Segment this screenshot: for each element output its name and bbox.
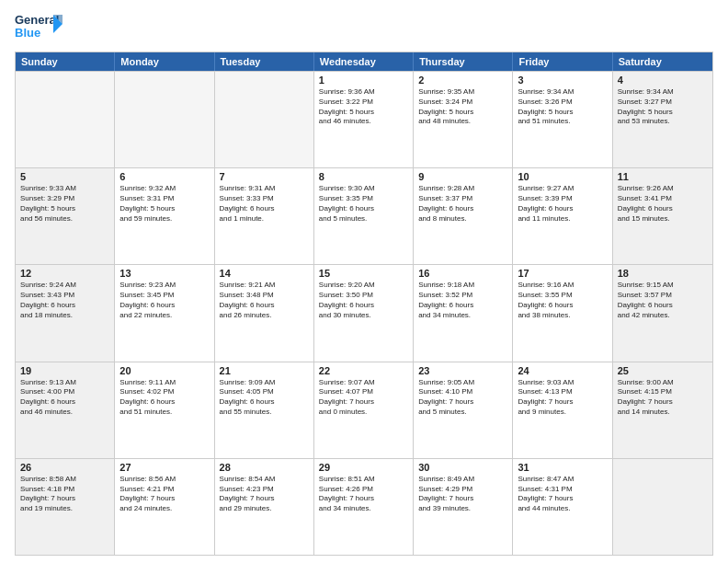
day-info: Sunrise: 9:21 AM Sunset: 3:48 PM Dayligh… <box>220 281 309 320</box>
day-info: Sunrise: 9:33 AM Sunset: 3:29 PM Dayligh… <box>20 184 109 224</box>
day-cell-23: 23Sunrise: 9:05 AM Sunset: 4:10 PM Dayli… <box>414 362 513 458</box>
day-cell-27: 27Sunrise: 8:56 AM Sunset: 4:21 PM Dayli… <box>115 459 214 555</box>
day-info: Sunrise: 8:49 AM Sunset: 4:29 PM Dayligh… <box>418 475 507 514</box>
day-cell-24: 24Sunrise: 9:03 AM Sunset: 4:13 PM Dayli… <box>513 362 612 458</box>
day-number: 11 <box>618 171 708 182</box>
day-cell-25: 25Sunrise: 9:00 AM Sunset: 4:15 PM Dayli… <box>613 362 712 458</box>
logo-svg: General Blue <box>15 11 63 44</box>
day-info: Sunrise: 9:26 AM Sunset: 3:41 PM Dayligh… <box>618 184 708 224</box>
day-cell-8: 8Sunrise: 9:30 AM Sunset: 3:35 PM Daylig… <box>314 168 414 264</box>
day-number: 15 <box>319 268 408 279</box>
day-cell-5: 5Sunrise: 9:33 AM Sunset: 3:29 PM Daylig… <box>16 168 115 264</box>
day-number: 16 <box>418 268 507 279</box>
day-number: 21 <box>220 365 309 376</box>
day-info: Sunrise: 8:54 AM Sunset: 4:23 PM Dayligh… <box>220 475 309 514</box>
day-info: Sunrise: 8:47 AM Sunset: 4:31 PM Dayligh… <box>518 475 607 514</box>
day-number: 20 <box>119 365 209 376</box>
day-cell-15: 15Sunrise: 9:20 AM Sunset: 3:50 PM Dayli… <box>314 265 414 361</box>
header-cell-saturday: Saturday <box>613 52 712 71</box>
day-cell-7: 7Sunrise: 9:31 AM Sunset: 3:33 PM Daylig… <box>215 168 314 264</box>
day-number: 8 <box>319 171 408 182</box>
day-cell-6: 6Sunrise: 9:32 AM Sunset: 3:31 PM Daylig… <box>115 168 214 264</box>
day-info: Sunrise: 9:32 AM Sunset: 3:31 PM Dayligh… <box>119 184 209 224</box>
day-number: 5 <box>20 171 109 182</box>
day-info: Sunrise: 9:34 AM Sunset: 3:27 PM Dayligh… <box>618 87 708 127</box>
header: General Blue <box>15 11 713 44</box>
day-number: 30 <box>418 462 507 473</box>
day-info: Sunrise: 9:03 AM Sunset: 4:13 PM Dayligh… <box>518 378 607 418</box>
calendar-row-2: 5Sunrise: 9:33 AM Sunset: 3:29 PM Daylig… <box>16 167 712 264</box>
day-cell-31: 31Sunrise: 8:47 AM Sunset: 4:31 PM Dayli… <box>513 459 612 555</box>
header-cell-tuesday: Tuesday <box>215 52 314 71</box>
day-cell-10: 10Sunrise: 9:27 AM Sunset: 3:39 PM Dayli… <box>513 168 612 264</box>
day-number: 14 <box>220 268 309 279</box>
day-number: 1 <box>319 75 408 86</box>
calendar-header: SundayMondayTuesdayWednesdayThursdayFrid… <box>16 52 712 71</box>
day-info: Sunrise: 9:36 AM Sunset: 3:22 PM Dayligh… <box>319 87 408 127</box>
svg-text:Blue: Blue <box>15 26 40 40</box>
header-cell-friday: Friday <box>513 52 612 71</box>
day-cell-9: 9Sunrise: 9:28 AM Sunset: 3:37 PM Daylig… <box>414 168 513 264</box>
day-cell-22: 22Sunrise: 9:07 AM Sunset: 4:07 PM Dayli… <box>314 362 414 458</box>
calendar-row-3: 12Sunrise: 9:24 AM Sunset: 3:43 PM Dayli… <box>16 264 712 361</box>
page: General Blue SundayMondayTuesdayWednesda… <box>0 0 728 563</box>
day-info: Sunrise: 9:20 AM Sunset: 3:50 PM Dayligh… <box>319 281 408 320</box>
day-info: Sunrise: 9:31 AM Sunset: 3:33 PM Dayligh… <box>220 184 309 224</box>
day-number: 28 <box>220 462 309 473</box>
calendar: SundayMondayTuesdayWednesdayThursdayFrid… <box>15 52 713 556</box>
day-number: 3 <box>518 75 607 86</box>
day-info: Sunrise: 9:24 AM Sunset: 3:43 PM Dayligh… <box>20 281 109 320</box>
day-cell-18: 18Sunrise: 9:15 AM Sunset: 3:57 PM Dayli… <box>613 265 712 361</box>
calendar-body: 1Sunrise: 9:36 AM Sunset: 3:22 PM Daylig… <box>16 71 712 555</box>
day-info: Sunrise: 8:51 AM Sunset: 4:26 PM Dayligh… <box>319 475 408 514</box>
day-cell-2: 2Sunrise: 9:35 AM Sunset: 3:24 PM Daylig… <box>414 72 513 167</box>
day-number: 23 <box>418 365 507 376</box>
day-cell-30: 30Sunrise: 8:49 AM Sunset: 4:29 PM Dayli… <box>414 459 513 555</box>
empty-cell-r4c6 <box>613 459 712 555</box>
day-number: 18 <box>618 268 708 279</box>
calendar-row-1: 1Sunrise: 9:36 AM Sunset: 3:22 PM Daylig… <box>16 71 712 167</box>
header-cell-wednesday: Wednesday <box>314 52 414 71</box>
day-info: Sunrise: 9:07 AM Sunset: 4:07 PM Dayligh… <box>319 378 408 418</box>
day-cell-29: 29Sunrise: 8:51 AM Sunset: 4:26 PM Dayli… <box>314 459 414 555</box>
calendar-row-5: 26Sunrise: 8:58 AM Sunset: 4:18 PM Dayli… <box>16 458 712 555</box>
day-number: 27 <box>119 462 209 473</box>
day-cell-4: 4Sunrise: 9:34 AM Sunset: 3:27 PM Daylig… <box>613 72 712 167</box>
day-number: 6 <box>119 171 209 182</box>
day-info: Sunrise: 8:56 AM Sunset: 4:21 PM Dayligh… <box>119 475 209 514</box>
day-info: Sunrise: 9:05 AM Sunset: 4:10 PM Dayligh… <box>418 378 507 418</box>
day-number: 13 <box>119 268 209 279</box>
day-info: Sunrise: 9:09 AM Sunset: 4:05 PM Dayligh… <box>220 378 309 418</box>
day-cell-19: 19Sunrise: 9:13 AM Sunset: 4:00 PM Dayli… <box>16 362 115 458</box>
day-info: Sunrise: 9:16 AM Sunset: 3:55 PM Dayligh… <box>518 281 607 320</box>
day-number: 29 <box>319 462 408 473</box>
day-info: Sunrise: 8:58 AM Sunset: 4:18 PM Dayligh… <box>20 475 109 514</box>
day-number: 31 <box>518 462 607 473</box>
day-number: 4 <box>618 75 708 86</box>
day-cell-21: 21Sunrise: 9:09 AM Sunset: 4:05 PM Dayli… <box>215 362 314 458</box>
header-cell-sunday: Sunday <box>16 52 115 71</box>
day-info: Sunrise: 9:30 AM Sunset: 3:35 PM Dayligh… <box>319 184 408 224</box>
day-number: 25 <box>618 365 708 376</box>
day-number: 12 <box>20 268 109 279</box>
day-cell-17: 17Sunrise: 9:16 AM Sunset: 3:55 PM Dayli… <box>513 265 612 361</box>
day-info: Sunrise: 9:23 AM Sunset: 3:45 PM Dayligh… <box>119 281 209 320</box>
day-number: 17 <box>518 268 607 279</box>
day-number: 9 <box>418 171 507 182</box>
day-cell-11: 11Sunrise: 9:26 AM Sunset: 3:41 PM Dayli… <box>613 168 712 264</box>
day-number: 19 <box>20 365 109 376</box>
day-cell-1: 1Sunrise: 9:36 AM Sunset: 3:22 PM Daylig… <box>314 72 414 167</box>
day-number: 26 <box>20 462 109 473</box>
day-number: 7 <box>220 171 309 182</box>
day-cell-13: 13Sunrise: 9:23 AM Sunset: 3:45 PM Dayli… <box>115 265 214 361</box>
day-info: Sunrise: 9:27 AM Sunset: 3:39 PM Dayligh… <box>518 184 607 224</box>
day-info: Sunrise: 9:11 AM Sunset: 4:02 PM Dayligh… <box>119 378 209 418</box>
logo: General Blue <box>15 11 63 44</box>
empty-cell-r0c0 <box>16 72 115 167</box>
day-info: Sunrise: 9:18 AM Sunset: 3:52 PM Dayligh… <box>418 281 507 320</box>
header-cell-thursday: Thursday <box>414 52 513 71</box>
empty-cell-r0c2 <box>215 72 314 167</box>
day-cell-12: 12Sunrise: 9:24 AM Sunset: 3:43 PM Dayli… <box>16 265 115 361</box>
header-cell-monday: Monday <box>115 52 214 71</box>
day-number: 24 <box>518 365 607 376</box>
